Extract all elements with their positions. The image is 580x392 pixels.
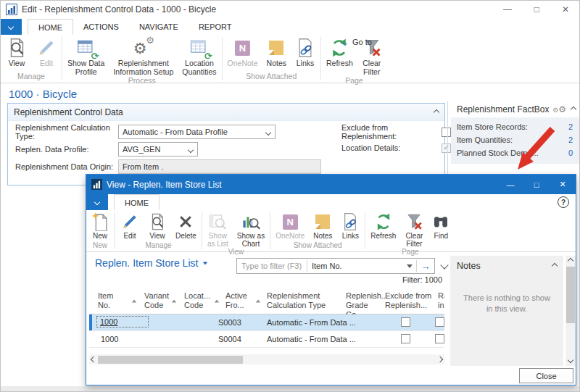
notes-factbox: Notes There is nothing to show in this v… xyxy=(450,256,563,366)
tab-navigate[interactable]: NAVIGATE xyxy=(129,19,188,35)
links-button[interactable]: Links xyxy=(291,35,320,72)
red-annotation-arrow xyxy=(508,123,561,175)
minimize-icon[interactable]: — xyxy=(497,175,523,194)
delete-button[interactable]: Delete xyxy=(171,210,201,241)
factbox-value-link[interactable]: 2 xyxy=(568,135,573,144)
view-document-magnifier-icon xyxy=(148,212,167,232)
tab-report[interactable]: REPORT xyxy=(188,19,242,35)
calc-type-label: Replenishment Calculation Type: xyxy=(15,123,118,141)
main-ribbon: View Edit Manage ⟳ Show Data Profile xyxy=(0,35,580,83)
links-button[interactable]: Links xyxy=(336,210,364,241)
location-quantities-grid-icon: ⟳ xyxy=(189,36,210,59)
list-page-title[interactable]: Replen. Item Store List xyxy=(95,257,208,269)
factbox-actions-icon[interactable]: ⚙⚙ xyxy=(552,105,566,114)
new-button[interactable]: New xyxy=(86,210,114,241)
exclude-checkbox[interactable] xyxy=(401,334,410,343)
scroll-right-icon[interactable] xyxy=(436,357,444,362)
item-no-cell[interactable]: 1000 xyxy=(96,316,149,328)
application-menu-button[interactable] xyxy=(86,194,108,210)
window-bottom-strip xyxy=(0,386,580,392)
edit-button[interactable]: Edit xyxy=(116,210,144,241)
profile-select[interactable]: AVG_GEN xyxy=(118,142,198,157)
origin-label: Replenishment Data Origin: xyxy=(15,162,118,171)
refresh-overlay-icon: ⟳ xyxy=(91,52,99,61)
column-header-item-no[interactable]: Item No. xyxy=(98,291,136,310)
chevron-down-icon xyxy=(265,130,271,135)
application-menu-button[interactable] xyxy=(0,19,22,35)
location-quantities-button[interactable]: ⟳ Location Quantities xyxy=(178,35,220,76)
ran-checkbox[interactable] xyxy=(435,334,444,343)
onenote-button: N OneNote xyxy=(271,210,309,241)
close-icon[interactable]: ✕ xyxy=(550,175,576,194)
delete-x-icon xyxy=(177,212,194,232)
tab-home[interactable]: HOME xyxy=(28,19,73,35)
table-row[interactable]: 1000 S0004 Automatic - From Data ... xyxy=(89,331,444,348)
calc-type-cell[interactable]: Automatic - From Data ... xyxy=(267,314,356,330)
ribbon-group-new: New New xyxy=(86,210,114,251)
goto-button[interactable]: → Go to xyxy=(339,38,372,46)
help-icon[interactable]: ? xyxy=(558,196,569,208)
scrollbar-thumb[interactable] xyxy=(98,356,243,364)
table-row[interactable]: 1000 S0003 Automatic - From Data ... xyxy=(89,314,444,331)
location-code-cell[interactable]: S0003 xyxy=(218,314,241,330)
notes-button[interactable]: Notes xyxy=(262,35,291,72)
apply-filter-arrow-icon[interactable]: → xyxy=(417,261,434,272)
factbox-value-link[interactable]: 2 xyxy=(568,122,573,131)
filter-box: Item No. → xyxy=(236,258,435,274)
column-header-location-code[interactable]: Locat... Code xyxy=(184,291,219,310)
vertical-scrollbar[interactable] xyxy=(566,256,576,366)
ran-checkbox[interactable] xyxy=(435,317,444,327)
filter-field-selector[interactable]: Item No. xyxy=(307,262,407,270)
filter-input[interactable] xyxy=(237,261,307,271)
group-label-manage: Manage xyxy=(1,72,61,83)
find-button[interactable]: Find xyxy=(428,210,454,248)
location-code-cell[interactable]: S0004 xyxy=(218,331,241,347)
notes-button[interactable]: Notes xyxy=(309,210,336,241)
replenishment-information-setup-button[interactable]: ⚙⚙ Replenishment Information Setup xyxy=(109,35,178,76)
collapse-icon[interactable] xyxy=(552,263,558,269)
scroll-left-icon[interactable] xyxy=(89,357,98,362)
column-header-ran[interactable]: Ran in L xyxy=(438,291,444,310)
tab-home[interactable]: HOME xyxy=(114,194,160,210)
replen-item-store-list-window: View - Replen. Item Store List — □ ✕ HOM… xyxy=(86,174,576,385)
tab-actions[interactable]: ACTIONS xyxy=(73,19,129,35)
exclude-checkbox[interactable] xyxy=(401,317,410,327)
child-window-title: View - Replen. Item Store List xyxy=(107,180,222,190)
exclude-checkbox[interactable] xyxy=(442,128,451,137)
notes-title: Notes xyxy=(457,261,481,271)
collapse-icon[interactable] xyxy=(434,109,439,114)
sort-ascending-icon xyxy=(215,300,219,303)
scrollbar-thumb[interactable] xyxy=(566,267,575,323)
location-details-checkbox xyxy=(442,143,451,153)
ribbon-separator xyxy=(365,212,365,249)
chevron-down-icon[interactable] xyxy=(407,264,413,268)
maximize-icon[interactable]: □ xyxy=(523,175,550,194)
factbox-value-link[interactable]: 0 xyxy=(568,149,573,157)
column-header-exclude[interactable]: Exclude from Replenish... xyxy=(385,291,437,310)
calc-type-cell[interactable]: Automatic - From Data ... xyxy=(267,331,356,347)
view-button[interactable]: View xyxy=(1,35,32,72)
column-header-calc-type[interactable]: Replenishment Calculation Type xyxy=(267,291,345,310)
show-data-profile-button[interactable]: ⟳ Show Data Profile xyxy=(63,35,109,76)
group-header[interactable]: Replenishment Control Data xyxy=(8,104,444,121)
close-button[interactable]: Close xyxy=(519,368,573,383)
clear-filter-button[interactable]: Clear Filter xyxy=(400,210,428,248)
scroll-up-icon[interactable] xyxy=(568,258,573,264)
collapse-icon[interactable] xyxy=(571,107,576,112)
show-as-chart-button[interactable]: Show as Chart xyxy=(233,210,269,248)
column-header-active-from[interactable]: Active Fro... xyxy=(225,291,259,310)
ribbon-separator xyxy=(270,212,270,249)
main-ribbon-tabs: HOME ACTIONS NAVIGATE REPORT xyxy=(0,19,580,35)
maximize-icon[interactable]: □ xyxy=(522,0,551,19)
scroll-down-icon[interactable] xyxy=(568,357,573,363)
ribbon-group-process: ⟳ Show Data Profile ⚙⚙ Replenishment Inf… xyxy=(63,35,221,83)
calc-type-select[interactable]: Automatic - From Data Profile xyxy=(118,125,276,139)
item-no-cell[interactable]: 1000 xyxy=(101,331,118,347)
close-icon[interactable]: ✕ xyxy=(551,0,580,19)
refresh-button[interactable]: Refresh xyxy=(366,210,400,248)
view-button[interactable]: View xyxy=(144,210,171,241)
expand-filter-icon[interactable] xyxy=(440,261,448,269)
minimize-icon[interactable]: — xyxy=(493,0,522,19)
horizontal-scrollbar[interactable] xyxy=(89,354,444,364)
group-label-process: Process xyxy=(63,76,221,85)
